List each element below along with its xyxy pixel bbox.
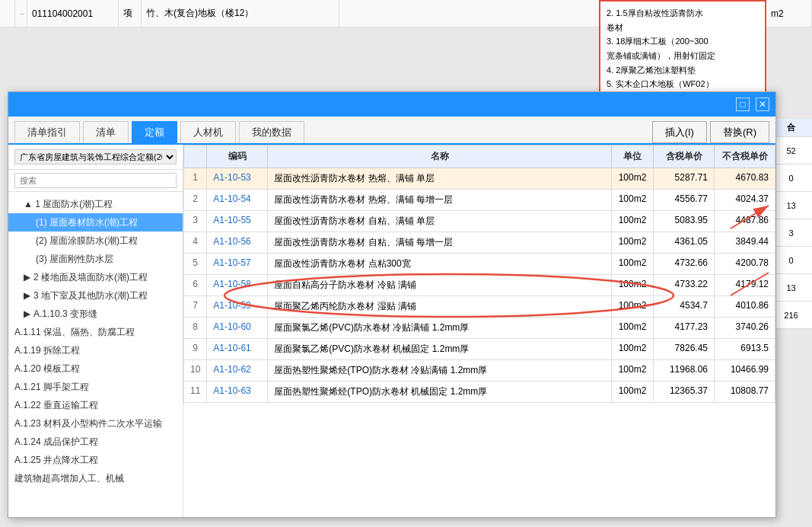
quota-table: 编码 名称 单位 含税单价 不含税单价 1 A1-10-53 屋面改性沥青防水卷… bbox=[183, 145, 775, 403]
row-num: 5 bbox=[184, 254, 207, 275]
row-num: 7 bbox=[184, 296, 207, 318]
col-header-num bbox=[184, 145, 207, 168]
table-row[interactable]: 11 A1-10-63 屋面热塑性聚烯烃(TPO)防水卷材 机械固定 1.2mm… bbox=[184, 382, 775, 403]
row-price-notax: 4179.12 bbox=[715, 275, 775, 296]
close-button[interactable]: ✕ bbox=[756, 97, 769, 111]
row-name: 屋面改性沥青防水卷材 自粘、满铺 每增一层 bbox=[268, 232, 612, 254]
sidebar-tree: ▲ 1 屋面防水(潮)工程 (1) 屋面卷材防水(潮)工程 (2) 屋面涂膜防水… bbox=[8, 192, 183, 517]
tree-item-deform-joint[interactable]: ▶A.1.10.3 变形缝 bbox=[8, 305, 183, 323]
row-num: 3 bbox=[184, 211, 207, 232]
arrow-right-3: ← bbox=[775, 212, 775, 228]
tab-mydata[interactable]: 我的数据 bbox=[239, 121, 304, 143]
row-name: 屋面聚乙烯丙纶防水卷材 湿贴 满铺 bbox=[268, 296, 612, 318]
row-price-tax: 4733.22 bbox=[654, 275, 715, 296]
tree-item-product-protection[interactable]: A.1.24 成品保护工程 bbox=[8, 433, 183, 451]
table-row[interactable]: 5 A1-10-57 屋面改性沥青防水卷材 点粘300宽 100m2 4732.… bbox=[184, 254, 775, 275]
row-name: 屋面改性沥青防水卷材 自粘、满铺 单层 bbox=[268, 211, 612, 232]
row-num: 4 bbox=[184, 232, 207, 254]
tree-item-formwork[interactable]: A.1.20 模板工程 bbox=[8, 359, 183, 378]
row-num: 10 bbox=[184, 360, 207, 382]
table-row[interactable]: 3 A1-10-55 屋面改性沥青防水卷材 自粘、满铺 单层 100m2 508… bbox=[184, 211, 775, 232]
table-row[interactable]: 2 A1-10-54 屋面改性沥青防水卷材 热熔、满铺 每增一层 100m2 4… bbox=[184, 190, 775, 211]
quota-selector[interactable]: 广东省房屋建筑与装饰工程综合定额(2018) bbox=[14, 149, 177, 164]
restore-button[interactable]: □ bbox=[736, 97, 750, 111]
row-price-tax: 4732.66 bbox=[654, 254, 715, 275]
row-name: 屋面热塑性聚烯烃(TPO)防水卷材 机械固定 1.2mm厚 bbox=[268, 382, 612, 403]
tree-item-underground[interactable]: ▶3 地下室及其他防水(潮)工程 bbox=[8, 286, 183, 305]
row-price-tax: 11968.06 bbox=[654, 360, 715, 382]
main-window: − 011104002001 项 竹、木(复合)地板（楼12） m2 2. 1.… bbox=[0, 0, 812, 527]
row-price-notax: 4487.86 ← bbox=[715, 211, 775, 232]
search-input[interactable] bbox=[14, 173, 177, 188]
row-price-notax: 3849.44 bbox=[715, 232, 775, 254]
tab-qingdan[interactable]: 清单 bbox=[83, 121, 129, 143]
dialog-tabs: 清单指引 清单 定额 人材机 我的数据 插入(I) 替换(R) bbox=[8, 117, 775, 145]
tab-renji[interactable]: 人材机 bbox=[180, 121, 236, 143]
row-price-tax: 4177.23 bbox=[654, 318, 715, 339]
tree-item-roof-waterproof[interactable]: ▲ 1 屋面防水(潮)工程 bbox=[8, 195, 183, 213]
row-price-tax: 12365.37 bbox=[654, 382, 715, 403]
right-panel-val-5: 0 bbox=[770, 247, 812, 274]
col-header-unit: 单位 bbox=[612, 145, 654, 168]
row-code: A1-10-63 bbox=[207, 382, 268, 403]
row-price-tax: 5083.95 bbox=[654, 211, 715, 232]
tab-dinge[interactable]: 定额 bbox=[132, 121, 177, 143]
right-panel-val-1: 52 bbox=[770, 137, 812, 164]
table-row[interactable]: 9 A1-10-61 屋面聚氯乙烯(PVC)防水卷材 机械固定 1.2mm厚 1… bbox=[184, 339, 775, 360]
table-row[interactable]: 4 A1-10-56 屋面改性沥青防水卷材 自粘、满铺 每增一层 100m2 4… bbox=[184, 232, 775, 254]
content-area: 编码 名称 单位 含税单价 不含税单价 1 A1-10-53 屋面改性沥青防水卷… bbox=[183, 145, 775, 517]
row-unit: 100m2 bbox=[612, 232, 654, 254]
right-panel-val-2: 0 bbox=[770, 164, 812, 192]
row-unit: 100m2 bbox=[612, 254, 654, 275]
row-unit: 100m2 bbox=[612, 318, 654, 339]
row-unit: 100m2 bbox=[612, 296, 654, 318]
arrow-right-1: ← bbox=[775, 170, 775, 186]
tree-item-well-point[interactable]: A.1.25 井点降水工程 bbox=[8, 451, 183, 469]
tree-item-scaffold[interactable]: A.1.21 脚手架工程 bbox=[8, 378, 183, 396]
bg-name: 竹、木(复合)地板（楼12） bbox=[142, 0, 339, 27]
tree-item-roll-waterproof[interactable]: (1) 屋面卷材防水(潮)工程 bbox=[8, 213, 183, 232]
row-price-tax: 5287.71 bbox=[654, 168, 715, 190]
tree-item-rigid-waterproof[interactable]: (3) 屋面刚性防水层 bbox=[8, 250, 183, 268]
tree-item-demolish[interactable]: A.1.19 拆除工程 bbox=[8, 341, 183, 359]
row-price-notax: 3740.26 bbox=[715, 318, 775, 339]
row-code: A1-10-54 bbox=[207, 190, 268, 211]
row-name: 屋面热塑性聚烯烃(TPO)防水卷材 冷贴满铺 1.2mm厚 bbox=[268, 360, 612, 382]
bg-code: 011104002001 bbox=[27, 0, 119, 27]
tree-item-coating-waterproof[interactable]: (2) 屋面涂膜防水(潮)工程 bbox=[8, 232, 183, 250]
row-code: A1-10-56 bbox=[207, 232, 268, 254]
right-panel-val-3: 13 bbox=[770, 192, 812, 219]
insert-button[interactable]: 插入(I) bbox=[652, 121, 707, 143]
row-unit: 100m2 bbox=[612, 339, 654, 360]
row-name: 屋面改性沥青防水卷材 点粘300宽 bbox=[268, 254, 612, 275]
row-num: 6 bbox=[184, 275, 207, 296]
right-panel-val-6: 13 bbox=[770, 274, 812, 302]
dialog-body: 广东省房屋建筑与装饰工程综合定额(2018) ▲ 1 屋面防水(潮)工程 (1)… bbox=[8, 145, 775, 517]
col-header-price-tax: 含税单价 bbox=[654, 145, 715, 168]
row-unit: 100m2 bbox=[612, 360, 654, 382]
row-code: A1-10-60 bbox=[207, 318, 268, 339]
table-row[interactable]: 7 A1-10-59 屋面聚乙烯丙纶防水卷材 湿贴 满铺 100m2 4534.… bbox=[184, 296, 775, 318]
table-row[interactable]: 10 A1-10-62 屋面热塑性聚烯烃(TPO)防水卷材 冷贴满铺 1.2mm… bbox=[184, 360, 775, 382]
replace-button[interactable]: 替换(R) bbox=[710, 121, 769, 143]
row-name: 屋面聚氯乙烯(PVC)防水卷材 机械固定 1.2mm厚 bbox=[268, 339, 612, 360]
tree-item-insulation[interactable]: A.1.11 保温、隔热、防腐工程 bbox=[8, 323, 183, 341]
sidebar-header: 广东省房屋建筑与装饰工程综合定额(2018) bbox=[8, 145, 183, 170]
right-panel-val-7: 216 bbox=[770, 302, 812, 329]
tab-qingdan-guide[interactable]: 清单指引 bbox=[14, 121, 80, 143]
tree-item-vertical-transport[interactable]: A.1.22 垂直运输工程 bbox=[8, 396, 183, 414]
table-row[interactable]: 8 A1-10-60 屋面聚氯乙烯(PVC)防水卷材 冷贴满铺 1.2mm厚 1… bbox=[184, 318, 775, 339]
row-code: A1-10-53 bbox=[207, 168, 268, 190]
row-unit: 100m2 bbox=[612, 275, 654, 296]
table-row[interactable]: 1 A1-10-53 屋面改性沥青防水卷材 热熔、满铺 单层 100m2 528… bbox=[184, 168, 775, 190]
row-unit: 100m2 bbox=[612, 211, 654, 232]
row-price-notax: 4010.86 bbox=[715, 296, 775, 318]
col-header-name: 名称 bbox=[268, 145, 612, 168]
tree-item-horizontal-transport[interactable]: A.1.23 材料及小型构件二次水平运输 bbox=[8, 414, 183, 433]
row-price-notax: 4670.83 ← bbox=[715, 168, 775, 190]
tree-item-floor-wall[interactable]: ▶2 楼地面及墙面防水(潮)工程 bbox=[8, 268, 183, 286]
row-price-notax: 6913.5 bbox=[715, 339, 775, 360]
col-header-price-notax: 不含税单价 bbox=[715, 145, 775, 168]
tree-item-building-height[interactable]: 建筑物超高增加人工、机械 bbox=[8, 469, 183, 487]
table-row[interactable]: 6 A1-10-58 屋面自粘高分子防水卷材 冷贴 满铺 100m2 4733.… bbox=[184, 275, 775, 296]
